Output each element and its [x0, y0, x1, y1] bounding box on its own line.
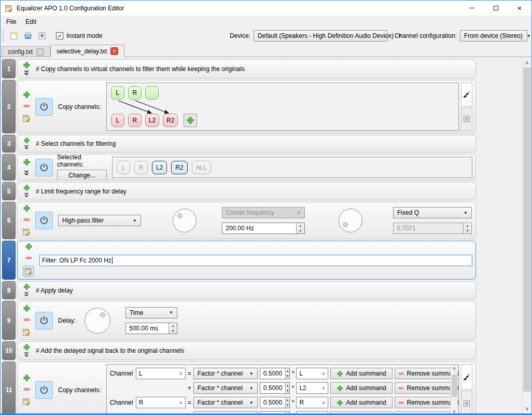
toolbar-drag-handle[interactable]	[3, 30, 5, 42]
new-file-button[interactable]	[7, 29, 21, 43]
instant-mode-checkbox-group[interactable]: ✓ Instant mode	[56, 32, 102, 39]
source-channel-combo[interactable]: R2∨	[296, 411, 328, 413]
scroll-down-icon[interactable]: ∨	[453, 409, 456, 413]
expand-comment-icon[interactable]	[24, 292, 29, 297]
maximize-button[interactable]	[484, 1, 508, 16]
graphical-view-button[interactable]	[461, 82, 472, 106]
scroll-down-button[interactable]: ∨	[523, 404, 531, 413]
target-channel-button[interactable]: R	[128, 114, 142, 127]
tab-close-button[interactable]: ×	[36, 48, 44, 56]
edit-row-button-active[interactable]	[23, 266, 34, 277]
power-toggle-button[interactable]	[35, 381, 53, 399]
row-number[interactable]: 3	[2, 135, 16, 153]
edit-row-icon[interactable]	[22, 228, 31, 236]
row-number[interactable]: 9	[2, 301, 16, 340]
minimize-button[interactable]	[460, 1, 484, 16]
command-text-input[interactable]: Filter: ON LP Fc 2000 Hz	[39, 255, 472, 266]
tab-close-button[interactable]: ×	[110, 47, 118, 55]
factor-spinbox[interactable]: 0.5000▲▼	[260, 368, 290, 379]
edit-row-icon[interactable]	[22, 328, 31, 336]
add-row-icon[interactable]	[23, 344, 30, 350]
source-channel-combo[interactable]: L2∨	[296, 382, 328, 394]
spin-buttons[interactable]: ▲▼	[285, 397, 289, 408]
add-row-icon[interactable]	[23, 137, 30, 143]
tab-config-txt[interactable]: config.txt ×	[2, 46, 50, 57]
spin-buttons[interactable]: ▲▼	[169, 323, 177, 334]
channel-config-select[interactable]: From device (Stereo) ▼	[460, 30, 527, 42]
add-row-icon[interactable]	[23, 91, 30, 98]
remove-summand-button[interactable]: Remove summand	[395, 411, 459, 413]
summand-mode-select[interactable]: Factor * channel▼	[193, 368, 258, 379]
add-row-icon[interactable]	[25, 243, 32, 250]
add-row-icon[interactable]	[23, 284, 30, 290]
open-file-button[interactable]	[21, 29, 35, 43]
scroll-up-button[interactable]: ∧	[523, 58, 531, 67]
delay-value-spinbox[interactable]: 500.00 ms ▲▼	[125, 323, 177, 334]
summand-mode-select[interactable]: Factor * channel▼	[193, 382, 258, 394]
row-number[interactable]: 2	[2, 80, 16, 133]
row-number[interactable]: 10	[2, 341, 16, 360]
expand-comment-icon[interactable]	[24, 192, 29, 198]
add-row-icon[interactable]	[23, 205, 30, 212]
delay-unit-select[interactable]: Time ▼	[125, 307, 177, 319]
add-row-icon[interactable]	[23, 375, 30, 381]
channel-toggle-r[interactable]: R	[134, 161, 148, 174]
remove-summand-button[interactable]: Remove summand	[395, 382, 459, 394]
summands-scrollbar[interactable]: ∧ ∨	[450, 365, 458, 413]
power-toggle-button[interactable]	[35, 159, 53, 176]
add-summand-button[interactable]: Add summand	[330, 368, 393, 379]
menu-file[interactable]: File	[2, 16, 21, 27]
add-row-icon[interactable]	[23, 62, 30, 68]
edit-row-icon[interactable]	[22, 114, 31, 122]
param2-type-select[interactable]: Fixed Q ▼	[393, 207, 472, 218]
q-knob[interactable]	[338, 208, 363, 233]
instant-mode-checkbox[interactable]: ✓	[56, 32, 63, 39]
add-row-icon[interactable]	[23, 159, 30, 165]
graphical-view-button[interactable]	[461, 364, 472, 390]
save-file-button[interactable]	[35, 29, 49, 43]
filter-type-select[interactable]: High-pass filter ▼	[58, 215, 141, 226]
target-channel-button[interactable]: R2	[163, 114, 178, 127]
spin-buttons[interactable]: ▲▼	[285, 383, 289, 393]
close-button[interactable]: ×	[508, 1, 531, 16]
row-number[interactable]: 11	[2, 362, 16, 413]
remove-row-icon[interactable]	[23, 386, 30, 393]
factor-spinbox[interactable]: 0.5000▲▼	[260, 382, 290, 394]
main-scrollbar[interactable]: ∧ ∨	[522, 58, 531, 413]
add-summand-button[interactable]: Add summand	[330, 411, 393, 413]
row-number[interactable]: 7	[2, 241, 16, 280]
spin-buttons[interactable]: ▲▼	[285, 368, 289, 379]
scrollbar-thumb[interactable]	[452, 375, 457, 397]
target-channel-combo[interactable]: R∨	[136, 397, 186, 408]
target-channel-button[interactable]: L2	[145, 114, 159, 127]
add-row-icon[interactable]	[23, 185, 30, 191]
remove-row-icon[interactable]	[23, 316, 30, 323]
power-toggle-button[interactable]	[35, 212, 53, 229]
comment-text[interactable]: # Add the delayed signal back to the ori…	[36, 347, 184, 354]
row-number[interactable]: 4	[2, 154, 16, 181]
source-channel-button[interactable]	[145, 86, 159, 100]
expand-comment-icon[interactable]	[24, 145, 29, 150]
delay-knob[interactable]	[84, 307, 111, 334]
spin-buttons[interactable]: ▲▼	[296, 223, 304, 233]
row-number[interactable]: 1	[2, 59, 16, 78]
scrollbar-thumb[interactable]	[523, 67, 531, 392]
channel-toggle-r2[interactable]: R2	[171, 161, 187, 174]
remove-row-icon[interactable]	[23, 216, 30, 223]
comment-text[interactable]: # Apply delay	[36, 287, 73, 294]
scroll-up-icon[interactable]: ∧	[453, 366, 456, 371]
channel-toggle-l[interactable]: L	[117, 161, 130, 174]
menu-edit[interactable]: Edit	[21, 16, 41, 27]
row-number[interactable]: 5	[2, 182, 16, 200]
source-channel-combo[interactable]: L∨	[296, 368, 328, 379]
source-channel-button[interactable]: L	[111, 86, 124, 100]
source-channel-combo[interactable]: R∨	[296, 397, 328, 408]
factor-spinbox[interactable]: 0.5000▲▼	[260, 411, 290, 413]
remove-summand-button[interactable]: Remove summand	[395, 397, 459, 408]
list-view-button[interactable]	[461, 391, 472, 413]
edit-row-icon[interactable]	[22, 397, 31, 406]
row-number[interactable]: 8	[2, 281, 16, 299]
spin-buttons[interactable]: ▲▼	[285, 412, 289, 413]
add-summand-button[interactable]: Add summand	[330, 397, 393, 408]
remove-row-icon[interactable]	[25, 255, 32, 261]
